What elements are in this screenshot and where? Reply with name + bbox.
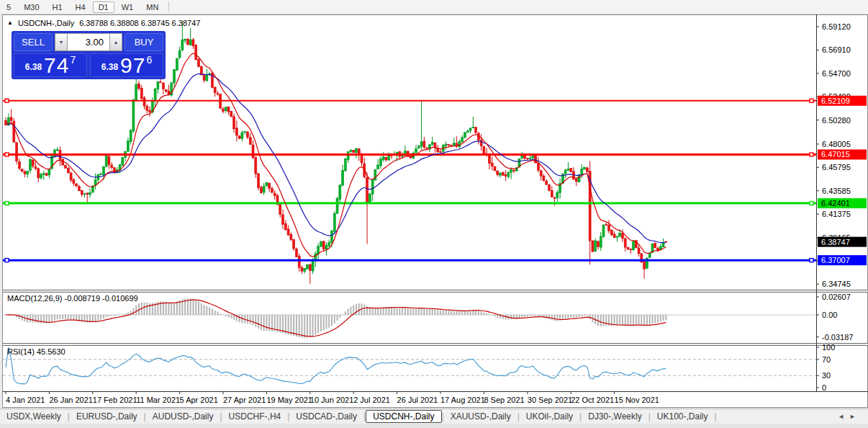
tab-audusd-daily[interactable]: AUDUSD-,Daily [146,411,220,422]
tab-dj30-weekly[interactable]: DJ30-,Weekly [582,411,648,422]
svg-text:17 Aug 2021: 17 Aug 2021 [440,396,485,404]
buy-price-sup: 6 [146,54,152,66]
sell-price-big: 74 [44,56,69,75]
svg-text:6.34745: 6.34745 [822,280,851,288]
volume-stepper: ▼ 3.00 ▲ [55,33,122,51]
tab-usdcnh-daily[interactable]: USDCNH-,Daily [366,410,441,423]
one-click-trade-panel: SELL ▼ 3.00 ▲ BUY 6.38 74 7 6.38 97 6 [12,31,166,79]
svg-text:6.45795: 6.45795 [822,163,851,171]
sell-price-sup: 7 [70,54,76,66]
svg-text:4 Jan 2021: 4 Jan 2021 [6,396,45,404]
buy-button[interactable]: BUY [125,33,163,51]
svg-text:22 Oct 2021: 22 Oct 2021 [571,396,614,404]
svg-text:6.37007: 6.37007 [821,256,850,264]
timeframe-button-d1[interactable]: D1 [93,1,114,13]
tab-eurusd-daily[interactable]: EURUSD-,Daily [70,411,144,422]
buy-price-display[interactable]: 6.38 97 6 [90,53,163,77]
svg-text:6.41375: 6.41375 [822,210,851,218]
svg-text:0: 0 [822,383,826,392]
sell-price-display[interactable]: 6.38 74 7 [14,53,87,77]
svg-text:6.52109: 6.52109 [821,97,850,105]
svg-text:6.56910: 6.56910 [822,45,851,54]
svg-text:2 Jul 2021: 2 Jul 2021 [353,396,390,404]
svg-text:100: 100 [822,343,835,352]
buy-price-base: 6.38 [101,62,118,72]
svg-text:6.54700: 6.54700 [822,69,851,78]
tab-usdcad-daily[interactable]: USDCAD-,Daily [289,411,363,422]
svg-text:6.38747: 6.38747 [821,238,850,246]
timeframe-toolbar: 5M30H1H4D1W1MN [0,0,868,14]
svg-text:19 May 2021: 19 May 2021 [266,396,312,404]
symbol-tab-bar: USDX,Weekly|EURUSD-,Daily|AUDUSD-,Daily|… [0,409,868,424]
tab-uk100-daily[interactable]: UK100-,Daily [651,411,715,422]
tab-usdchf-h4[interactable]: USDCHF-,H4 [222,411,288,422]
sell-price-base: 6.38 [25,62,42,72]
sell-button[interactable]: SELL [14,33,53,51]
timeframe-button-5[interactable]: 5 [1,1,17,13]
svg-text:6.43585: 6.43585 [822,187,851,195]
chart-header: ▲ USDCNH-,Daily 6.38788 6.38808 6.38745 … [7,19,200,27]
collapse-subwindow-icon[interactable]: ▲ [7,19,13,27]
toolbar-separator [168,1,169,12]
chart-ohlc-values: 6.38788 6.38808 6.38745 6.38747 [79,19,200,27]
svg-text:26 Jan 2021: 26 Jan 2021 [49,396,93,404]
volume-up-button[interactable]: ▲ [109,33,122,51]
tab-xauusd-daily[interactable]: XAUUSD-,Daily [444,411,517,422]
volume-down-button[interactable]: ▼ [55,33,68,51]
svg-text:30 Sep 2021: 30 Sep 2021 [528,396,572,404]
svg-text:26 Jul 2021: 26 Jul 2021 [397,396,438,404]
svg-text:6.48005: 6.48005 [822,140,851,148]
tab-separator: | [715,411,717,422]
timeframe-button-h1[interactable]: H1 [47,1,68,13]
chart-symbol-label: USDCNH-,Daily [18,19,74,27]
timeframe-button-h4[interactable]: H4 [70,1,91,13]
volume-field[interactable]: 3.00 [68,33,109,51]
timeframe-button-w1[interactable]: W1 [116,1,140,13]
svg-text:27 Apr 2021: 27 Apr 2021 [223,396,266,404]
svg-text:0.00: 0.00 [822,311,837,319]
svg-text:30: 30 [822,371,831,380]
svg-text:6.42401: 6.42401 [821,199,850,208]
svg-text:70: 70 [822,355,831,364]
svg-text:6.59120: 6.59120 [822,22,851,31]
buy-price-big: 97 [120,56,145,75]
timeframe-button-mn[interactable]: MN [140,1,164,13]
svg-text:-0.03187: -0.03187 [822,333,853,342]
svg-text:5 Apr 2021: 5 Apr 2021 [180,396,218,404]
tab-scroll-arrows[interactable]: ◄► [838,413,861,420]
svg-text:6.47015: 6.47015 [821,150,850,159]
tab-usdx-weekly[interactable]: USDX,Weekly [0,411,68,422]
svg-text:15 Nov 2021: 15 Nov 2021 [615,396,659,404]
svg-text:10 Jun 2021: 10 Jun 2021 [310,396,354,404]
svg-text:MACD(12,26,9) -0.008719 -0.010: MACD(12,26,9) -0.008719 -0.010699 [7,294,138,303]
svg-text:8 Sep 2021: 8 Sep 2021 [484,396,524,404]
svg-text:11 Mar 2021: 11 Mar 2021 [136,396,180,404]
tab-ukoil-daily[interactable]: UKOil-,Daily [520,411,579,422]
svg-text:17 Feb 2021: 17 Feb 2021 [93,396,137,404]
timeframe-button-m30[interactable]: M30 [18,1,45,13]
svg-text:6.50280: 6.50280 [822,116,851,125]
svg-text:0.02607: 0.02607 [822,293,851,301]
svg-text:RSI(14) 45.5630: RSI(14) 45.5630 [7,347,65,356]
